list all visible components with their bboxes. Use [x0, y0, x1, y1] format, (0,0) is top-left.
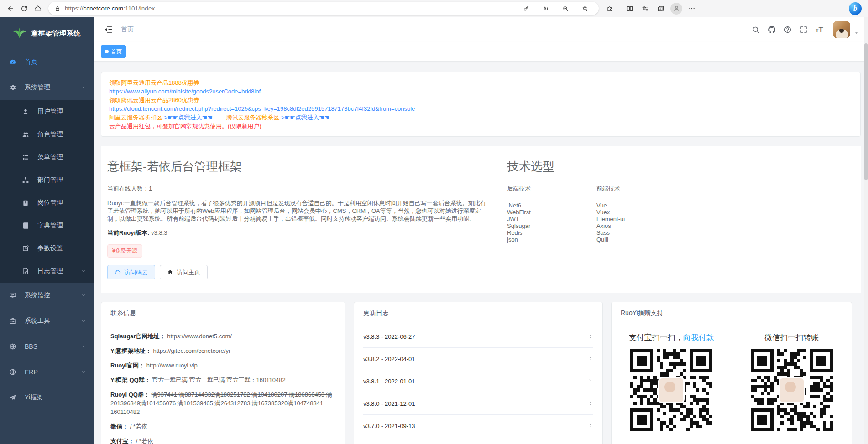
sidebar-item-tools[interactable]: 系统工具 — [0, 308, 94, 334]
extensions-icon[interactable] — [604, 2, 617, 15]
sidebar-item-label: 角色管理 — [37, 130, 63, 139]
sidebar-item-departments[interactable]: 部门管理 — [0, 169, 94, 191]
app-logo[interactable]: 意框架管理系统 — [0, 17, 94, 49]
visit-gitee-button[interactable]: 访问码云 — [107, 265, 155, 279]
enter-link[interactable]: >☛☛点我进入☚☚ — [164, 114, 213, 121]
sidebar-item-label: 参数设置 — [37, 244, 63, 253]
visit-homepage-button[interactable]: 访问主页 — [160, 265, 208, 279]
pay-me-link[interactable]: 向我付款 — [683, 333, 714, 342]
globe-icon — [9, 368, 20, 376]
read-aloud-icon[interactable] — [539, 2, 552, 15]
browser-toolbar: https://ccnetcore.com:1101/index b — [0, 0, 868, 17]
chevron-down-icon — [81, 344, 86, 349]
tab-home[interactable]: 首页 — [101, 45, 126, 58]
sidebar-item-label: 字典管理 — [37, 222, 63, 230]
backend-tech-title: 后端技术 — [507, 185, 596, 193]
sidebar-item-users[interactable]: 用户管理 — [0, 100, 94, 123]
sidebar-item-logs[interactable]: 日志管理 — [0, 260, 94, 283]
wechat-caption: 微信扫一扫转账 — [732, 332, 852, 343]
sidebar-fold-icon[interactable] — [104, 25, 113, 34]
top-navbar: 首页 TT — [94, 17, 868, 42]
donate-card-title: RuoYi捐赠支持 — [612, 302, 852, 324]
changelog-item[interactable]: v3.8.0 - 2021-12-01 — [363, 392, 593, 415]
sidebar: 意框架管理系统 首页 系统管理 用户管理 角色管理 — [0, 17, 94, 444]
changelog-item[interactable]: v3.7.0 - 2021-09-13 — [363, 415, 593, 437]
notice-line: 阿里云服务器折扣区 >☛☛点我进入☚☚ 腾讯云服务器秒杀区 >☛☛点我进入☚☚ — [109, 113, 852, 122]
breadcrumb: 首页 — [121, 26, 134, 34]
changelog-item[interactable]: v3.8.1 - 2022-01-01 — [363, 370, 593, 392]
search-icon[interactable] — [752, 26, 760, 34]
favorites-icon[interactable] — [639, 2, 652, 15]
alipay-caption: 支付宝扫一扫，向我付款 — [612, 332, 732, 343]
free-open-source-tag: ¥免费开源 — [107, 244, 142, 258]
refresh-icon[interactable] — [17, 2, 31, 15]
lock-icon[interactable] — [54, 5, 61, 12]
notice-link[interactable]: https://www.aliyun.com/minisite/goods?us… — [109, 87, 852, 96]
scrollbar-thumb[interactable] — [864, 43, 868, 180]
split-screen-icon[interactable] — [623, 2, 636, 15]
enter-link[interactable]: >☛☛点我进入☚☚ — [281, 114, 329, 121]
frontend-tech-column: 前端技术 Vue Vuex Element-ui Axios Sass Quil… — [596, 185, 686, 250]
url-text[interactable]: https://ccnetcore.com:1101/index — [65, 5, 514, 12]
sidebar-item-label: 首页 — [25, 58, 37, 66]
zoom-out-icon[interactable] — [559, 2, 572, 15]
tags-view-bar: 首页 — [94, 42, 868, 61]
sidebar-item-label: 部门管理 — [37, 176, 63, 184]
intro-description: Ruoyi:一直想做一款后台管理系统，看了很多优秀的开源项目但是发现没有合适自己… — [107, 199, 486, 222]
notice-line: 领取阿里云通用云产品1888优惠券 — [109, 78, 852, 87]
gear-icon — [9, 84, 20, 91]
org-icon — [22, 176, 33, 184]
key-icon[interactable] — [520, 2, 533, 15]
chevron-down-icon — [81, 293, 86, 298]
notice-link[interactable]: https://cloud.tencent.com/redirect.php?r… — [109, 104, 852, 113]
changelog-item[interactable]: v3.8.3 - 2022-06-27 — [363, 325, 593, 348]
add-favorite-icon[interactable] — [579, 2, 591, 15]
back-icon[interactable] — [4, 2, 17, 15]
sidebar-item-posts[interactable]: 岗位管理 — [0, 191, 94, 214]
page-scrollbar[interactable] — [864, 17, 868, 444]
notice-line: 云产品通用红包，可叠加官网常规优惠使用。(仅限新用户) — [109, 122, 852, 130]
log-icon — [22, 268, 33, 275]
copilot-icon[interactable]: b — [849, 2, 862, 15]
house-icon — [167, 269, 173, 275]
sidebar-item-roles[interactable]: 角色管理 — [0, 123, 94, 146]
contact-row: Ruoyi官网： http://www.ruoyi.vip — [110, 361, 336, 370]
app-title: 意框架管理系统 — [31, 29, 81, 38]
qr-center-photo — [779, 377, 805, 403]
toolbox-icon — [9, 317, 20, 325]
sidebar-item-home[interactable]: 首页 — [0, 49, 94, 75]
sidebar-item-erp[interactable]: ERP — [0, 359, 94, 385]
chevron-right-icon — [588, 378, 593, 384]
github-icon[interactable] — [768, 26, 776, 34]
collections-icon[interactable] — [654, 2, 667, 15]
fullscreen-icon[interactable] — [800, 26, 808, 34]
contact-card: 联系信息 Sqlsugar官网地址： https://www.donet5.co… — [101, 302, 345, 444]
avatar[interactable] — [833, 21, 850, 38]
home-icon[interactable] — [31, 2, 45, 15]
sidebar-item-menus[interactable]: 菜单管理 — [0, 146, 94, 169]
font-size-icon[interactable]: TT — [816, 25, 823, 35]
sidebar-item-bbs[interactable]: BBS — [0, 334, 94, 359]
contact-row: Yi框架 QQ群： 官方一群已满 官方二群已满 官方三群：160110482 — [110, 376, 336, 384]
badge-icon — [22, 199, 33, 207]
contact-row: Ruoyi QQ群： 满937441 满887144332满180251782 … — [110, 390, 336, 416]
more-icon[interactable] — [685, 2, 698, 15]
sidebar-item-yi-framework[interactable]: Yi框架 — [0, 385, 94, 410]
sidebar-item-dict[interactable]: 字典管理 — [0, 214, 94, 237]
notice-line: 领取腾讯云通用云产品2860优惠券 — [109, 96, 852, 104]
active-tab-dot — [105, 50, 109, 53]
address-bar[interactable]: https://ccnetcore.com:1101/index — [48, 2, 599, 15]
sidebar-item-label: 日志管理 — [37, 267, 63, 275]
changelog-item[interactable]: v3.8.2 - 2022-04-01 — [363, 348, 593, 370]
chevron-down-icon — [81, 268, 86, 274]
sidebar-item-label: 系统管理 — [25, 83, 50, 92]
user-avatar-menu[interactable] — [833, 21, 859, 38]
sidebar-item-monitor[interactable]: 系统监控 — [0, 283, 94, 308]
monitor-icon — [9, 292, 20, 299]
sidebar-item-params[interactable]: 参数设置 — [0, 237, 94, 260]
question-icon[interactable] — [784, 26, 792, 34]
browser-profile-button[interactable] — [670, 2, 683, 15]
changelog-card-title: 更新日志 — [354, 302, 602, 324]
wechat-column: 微信扫一扫转账 — [732, 324, 852, 444]
sidebar-item-system-admin[interactable]: 系统管理 — [0, 75, 94, 100]
